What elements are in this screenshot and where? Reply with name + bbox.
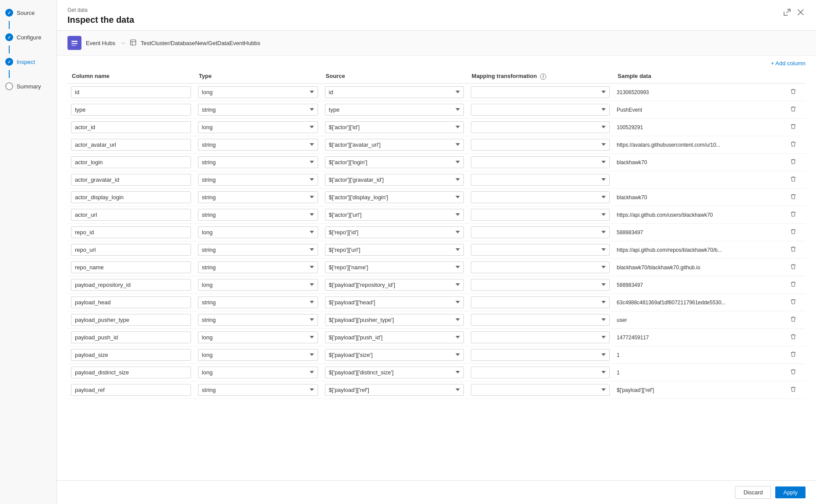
- column-name-input[interactable]: [71, 279, 191, 291]
- type-select[interactable]: booldatetimedynamicguidintlongrealstring…: [198, 121, 318, 133]
- mapping-select[interactable]: [471, 226, 610, 238]
- type-select[interactable]: booldatetimedynamicguidintlongrealstring…: [198, 279, 318, 291]
- delete-row-button[interactable]: [788, 315, 798, 324]
- mapping-select[interactable]: [471, 139, 610, 151]
- column-name-input[interactable]: [71, 296, 191, 308]
- close-button[interactable]: [796, 7, 805, 17]
- column-name-input[interactable]: [71, 226, 191, 238]
- source-select[interactable]: $['payload']['ref']: [325, 384, 464, 396]
- mapping-select[interactable]: [471, 156, 610, 168]
- sidebar-item-inspect[interactable]: ✓ Inspect: [0, 53, 57, 70]
- delete-row-button[interactable]: [788, 385, 798, 395]
- source-select[interactable]: id: [325, 86, 464, 98]
- mapping-select[interactable]: [471, 367, 610, 378]
- mapping-select[interactable]: [471, 296, 610, 308]
- column-name-input[interactable]: [71, 174, 191, 186]
- mapping-select[interactable]: [471, 349, 610, 361]
- type-select[interactable]: booldatetimedynamicguidintlongrealstring…: [198, 226, 318, 238]
- apply-button[interactable]: Apply: [775, 486, 805, 498]
- column-name-input[interactable]: [71, 244, 191, 256]
- add-column-button[interactable]: + Add column: [771, 60, 805, 67]
- delete-row-button[interactable]: [788, 263, 798, 272]
- type-select[interactable]: booldatetimedynamicguidintlongrealstring…: [198, 191, 318, 203]
- column-name-input[interactable]: [71, 191, 191, 203]
- type-select[interactable]: booldatetimedynamicguidintlongrealstring…: [198, 139, 318, 151]
- expand-button[interactable]: [782, 7, 792, 18]
- column-name-input[interactable]: [71, 209, 191, 221]
- source-select[interactable]: $['actor']['id']: [325, 121, 464, 133]
- source-select[interactable]: $['payload']['size']: [325, 349, 464, 361]
- source-select[interactable]: $['actor']['avatar_url']: [325, 139, 464, 151]
- type-select[interactable]: booldatetimedynamicguidintlongrealstring…: [198, 314, 318, 326]
- column-name-input[interactable]: [71, 384, 191, 396]
- source-select[interactable]: $['payload']['head']: [325, 296, 464, 308]
- type-select[interactable]: booldatetimedynamicguidintlongrealstring…: [198, 367, 318, 378]
- mapping-select[interactable]: [471, 331, 610, 343]
- mapping-select[interactable]: [471, 86, 610, 98]
- source-select[interactable]: $['payload']['pusher_type']: [325, 314, 464, 326]
- type-select[interactable]: booldatetimedynamicguidintlongrealstring…: [198, 209, 318, 221]
- delete-row-button[interactable]: [788, 140, 798, 149]
- type-select[interactable]: booldatetimedynamicguidintlongrealstring…: [198, 174, 318, 186]
- mapping-select[interactable]: [471, 209, 610, 221]
- source-select[interactable]: $['actor']['login']: [325, 156, 464, 168]
- sidebar-item-summary[interactable]: Summary: [0, 78, 57, 95]
- mapping-select[interactable]: [471, 279, 610, 291]
- column-name-input[interactable]: [71, 349, 191, 361]
- type-select[interactable]: booldatetimedynamicguidintlongrealstring…: [198, 104, 318, 116]
- mapping-select[interactable]: [471, 104, 610, 116]
- column-name-input[interactable]: [71, 314, 191, 326]
- source-select[interactable]: $['repo']['url']: [325, 244, 464, 256]
- type-select[interactable]: booldatetimedynamicguidintlongrealstring…: [198, 331, 318, 343]
- delete-row-button[interactable]: [788, 245, 798, 254]
- delete-row-button[interactable]: [788, 158, 798, 167]
- delete-row-button[interactable]: [788, 175, 798, 184]
- type-select[interactable]: booldatetimedynamicguidintlongrealstring…: [198, 349, 318, 361]
- data-table-container[interactable]: Column name Type Source Mapping transfor…: [57, 69, 816, 480]
- mapping-select[interactable]: [471, 384, 610, 396]
- column-name-input[interactable]: [71, 104, 191, 116]
- source-select[interactable]: $['payload']['distinct_size']: [325, 367, 464, 378]
- delete-row-button[interactable]: [788, 280, 798, 289]
- mapping-select[interactable]: [471, 244, 610, 256]
- delete-row-button[interactable]: [788, 333, 798, 342]
- delete-row-button[interactable]: [788, 123, 798, 132]
- sidebar-item-configure[interactable]: ✓ Configure: [0, 29, 57, 46]
- delete-row-button[interactable]: [788, 298, 798, 307]
- source-select[interactable]: $['actor']['gravatar_id']: [325, 174, 464, 186]
- column-name-input[interactable]: [71, 156, 191, 168]
- type-select[interactable]: booldatetimedynamicguidintlongrealstring…: [198, 384, 318, 396]
- mapping-select[interactable]: [471, 121, 610, 133]
- type-select[interactable]: booldatetimedynamicguidintlongrealstring…: [198, 261, 318, 273]
- mapping-select[interactable]: [471, 174, 610, 186]
- delete-row-button[interactable]: [788, 88, 798, 97]
- type-select[interactable]: booldatetimedynamicguidintlongrealstring…: [198, 156, 318, 168]
- delete-row-button[interactable]: [788, 105, 798, 114]
- column-name-input[interactable]: [71, 261, 191, 273]
- delete-row-button[interactable]: [788, 368, 798, 377]
- mapping-select[interactable]: [471, 314, 610, 326]
- column-name-input[interactable]: [71, 86, 191, 98]
- source-select[interactable]: $['repo']['name']: [325, 261, 464, 273]
- sidebar-item-source[interactable]: ✓ Source: [0, 4, 57, 21]
- column-name-input[interactable]: [71, 139, 191, 151]
- column-name-input[interactable]: [71, 121, 191, 133]
- source-select[interactable]: $['payload']['push_id']: [325, 331, 464, 343]
- delete-row-button[interactable]: [788, 210, 798, 219]
- source-select[interactable]: $['actor']['display_login']: [325, 191, 464, 203]
- discard-button[interactable]: Discard: [735, 486, 771, 499]
- type-select[interactable]: booldatetimedynamicguidintlongrealstring…: [198, 296, 318, 308]
- type-select[interactable]: booldatetimedynamicguidintlongrealstring…: [198, 244, 318, 256]
- delete-row-button[interactable]: [788, 228, 798, 237]
- column-name-input[interactable]: [71, 367, 191, 378]
- column-name-input[interactable]: [71, 331, 191, 343]
- source-select[interactable]: $['payload']['repository_id']: [325, 279, 464, 291]
- delete-row-button[interactable]: [788, 193, 798, 202]
- source-select[interactable]: $['repo']['id']: [325, 226, 464, 238]
- delete-row-button[interactable]: [788, 350, 798, 359]
- source-select[interactable]: type: [325, 104, 464, 116]
- mapping-select[interactable]: [471, 191, 610, 203]
- mapping-select[interactable]: [471, 261, 610, 273]
- type-select[interactable]: booldatetimedynamicguidintlongrealstring…: [198, 86, 318, 98]
- source-select[interactable]: $['actor']['url']: [325, 209, 464, 221]
